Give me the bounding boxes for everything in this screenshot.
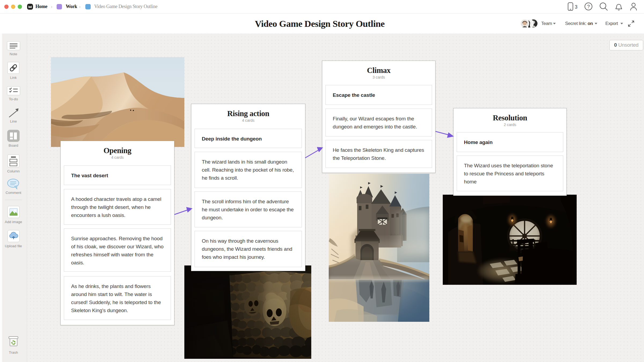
svg-text:3: 3 <box>575 4 577 10</box>
svg-text:?: ? <box>587 4 590 9</box>
